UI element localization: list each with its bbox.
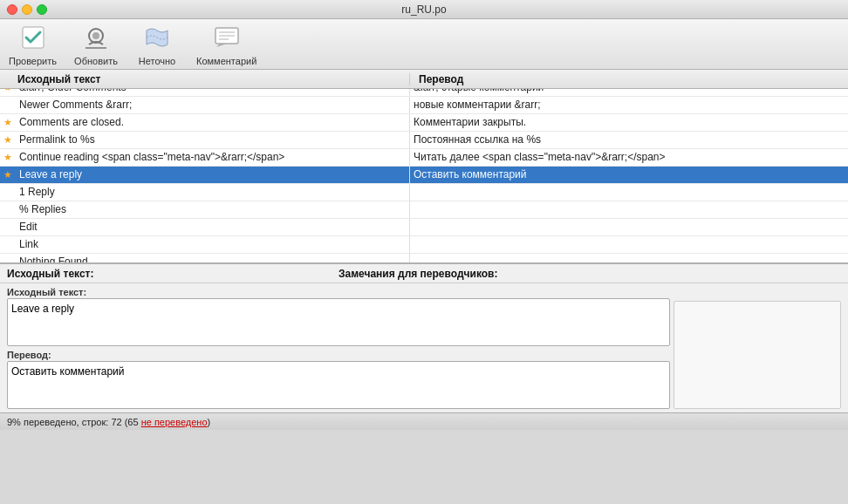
check-label: Проверить <box>9 56 57 66</box>
table-row[interactable]: ★Continue reading <span class="meta-nav"… <box>0 149 848 167</box>
bottom-inputs: Исходный текст: Перевод: <box>0 283 848 412</box>
trans-input[interactable] <box>7 361 670 409</box>
star-icon: ☆ <box>0 219 16 235</box>
star-icon: ☆ <box>0 201 16 218</box>
star-icon: ☆ <box>0 236 16 253</box>
bottom-left-panel: Исходный текст: Перевод: <box>7 287 670 409</box>
comment-button[interactable]: Комментарий <box>196 22 256 66</box>
trans-input-group: Перевод: <box>7 350 670 409</box>
update-icon <box>80 22 112 53</box>
cell-trans <box>410 219 848 235</box>
table-row[interactable]: ☆% Replies <box>0 201 848 219</box>
table-row[interactable]: ★&larr; Older Comments&larr; старые комм… <box>0 89 848 97</box>
cell-src: 1 Reply <box>16 184 410 201</box>
table-row[interactable]: ☆Edit <box>0 219 848 236</box>
star-icon: ★ <box>0 114 16 131</box>
translation-table[interactable]: ★&larr; Older Comments&larr; старые комм… <box>0 89 848 263</box>
fuzzy-label: Неточно <box>139 56 175 66</box>
window-controls[interactable] <box>7 4 47 15</box>
star-icon: ★ <box>0 167 16 183</box>
cell-trans <box>410 201 848 218</box>
main-area: Исходный текст Перевод ★&larr; Older Com… <box>0 70 848 504</box>
close-button[interactable] <box>7 4 17 15</box>
update-label: Обновить <box>74 56 118 66</box>
fuzzy-icon <box>141 22 173 53</box>
status-bar: 9% переведено, строк: 72 (65 не переведе… <box>0 412 848 430</box>
cell-src: Continue reading <span class="meta-nav">… <box>16 149 410 166</box>
src-input[interactable] <box>7 298 670 346</box>
cell-src: Comments are closed. <box>16 114 410 131</box>
table-row[interactable]: ★Leave a replyОставить комментарий <box>0 167 848 184</box>
star-icon: ☆ <box>0 254 16 263</box>
check-icon <box>17 22 49 53</box>
cell-src: Leave a reply <box>16 167 410 183</box>
fuzzy-button[interactable]: Неточно <box>135 22 179 66</box>
cell-src: Nothing Found <box>16 254 410 263</box>
check-button[interactable]: Проверить <box>9 22 57 66</box>
notes-panel <box>674 301 841 409</box>
maximize-button[interactable] <box>37 4 47 15</box>
star-icon: ☆ <box>0 97 16 113</box>
table-row[interactable]: ★Permalink to %sПостоянная ссылка на %s <box>0 132 848 149</box>
toolbar: Проверить Обновить Неточно <box>0 19 848 70</box>
src-input-label: Исходный текст: <box>7 287 670 297</box>
trans-input-label: Перевод: <box>7 350 670 360</box>
bottom-src-header: Исходный текст: <box>0 268 332 280</box>
cell-src: Edit <box>16 219 410 235</box>
cell-trans <box>410 236 848 253</box>
bottom-notes-header: Замечания для переводчиков: <box>332 268 848 280</box>
cell-src: &larr; Older Comments <box>16 89 410 96</box>
comment-icon <box>211 22 243 53</box>
col-src-header: Исходный текст <box>0 73 410 85</box>
comment-label: Комментарий <box>196 56 256 66</box>
cell-trans: новые комментарии &rarr; <box>410 97 848 113</box>
cell-trans: Постоянная ссылка на %s <box>410 132 848 148</box>
cell-trans: Оставить комментарий <box>410 167 848 183</box>
cell-trans <box>410 254 848 263</box>
window-title: ru_RU.po <box>401 3 446 16</box>
cell-src: Permalink to %s <box>16 132 410 148</box>
minimize-button[interactable] <box>22 4 32 15</box>
col-trans-header: Перевод <box>410 73 835 85</box>
star-icon: ☆ <box>0 184 16 201</box>
src-input-group: Исходный текст: <box>7 287 670 346</box>
star-icon: ★ <box>0 89 16 96</box>
table-row[interactable]: ☆Nothing Found <box>0 254 848 263</box>
star-icon: ★ <box>0 132 16 148</box>
table-row[interactable]: ☆1 Reply <box>0 184 848 201</box>
table-header: Исходный текст Перевод <box>0 70 848 89</box>
cell-src: Newer Comments &rarr; <box>16 97 410 113</box>
status-text: 9% переведено, строк: 72 (65 не переведе… <box>7 417 210 427</box>
table-row[interactable]: ☆Link <box>0 236 848 254</box>
bottom-section: Исходный текст: Замечания для переводчик… <box>0 263 848 412</box>
title-bar: ru_RU.po <box>0 0 848 19</box>
cell-src: % Replies <box>16 201 410 218</box>
star-icon: ★ <box>0 149 16 166</box>
cell-trans: Читать далее <span class="meta-nav">&rar… <box>410 149 848 166</box>
table-row[interactable]: ☆Newer Comments &rarr;новые комментарии … <box>0 97 848 114</box>
cell-trans: Комментарии закрыты. <box>410 114 848 131</box>
cell-trans <box>410 184 848 201</box>
cell-src: Link <box>16 236 410 253</box>
bottom-header: Исходный текст: Замечания для переводчик… <box>0 264 848 283</box>
update-button[interactable]: Обновить <box>74 22 118 66</box>
table-row[interactable]: ★Comments are closed.Комментарии закрыты… <box>0 114 848 132</box>
cell-trans: &larr; старые комментарии <box>410 89 848 96</box>
svg-point-2 <box>92 32 99 39</box>
